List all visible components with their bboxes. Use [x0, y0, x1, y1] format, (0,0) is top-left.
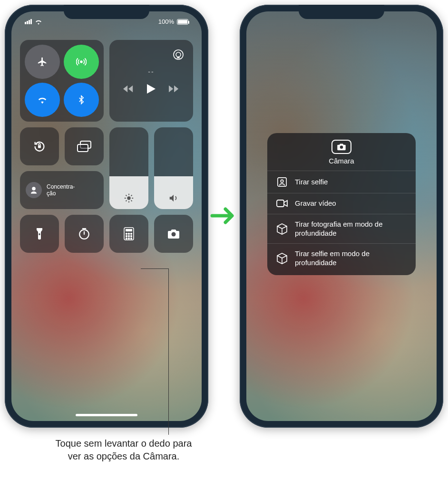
svg-rect-23: [278, 178, 286, 186]
notch: [299, 5, 384, 19]
media-prev-icon[interactable]: [123, 85, 134, 93]
menu-item-label: Tirar selfie em modo de profundidade: [295, 249, 407, 268]
svg-point-24: [281, 180, 283, 182]
svg-point-13: [128, 233, 130, 235]
menu-item-label: Tirar fotografia em modo de profundidade: [295, 220, 407, 238]
control-center-grid: --: [20, 40, 193, 253]
svg-rect-8: [39, 233, 40, 235]
menu-item-label: Gravar vídeo: [295, 199, 336, 208]
notch: [64, 5, 149, 19]
phone-right: Câmara Tirar selfie Gravar vídeo: [240, 5, 443, 428]
screen-control-center: 100%: [11, 11, 202, 421]
battery-percent: 100%: [158, 18, 174, 25]
battery-icon: [177, 19, 188, 25]
focus-label: Concentra- ção: [47, 183, 75, 197]
wifi-status-icon: [35, 19, 42, 25]
svg-point-15: [126, 236, 127, 237]
home-indicator[interactable]: [76, 414, 137, 416]
focus-icon: [29, 186, 38, 194]
media-title: --: [148, 68, 154, 76]
volume-slider[interactable]: [154, 127, 193, 209]
airplay-icon[interactable]: [172, 48, 185, 61]
screen-mirroring-button[interactable]: [65, 127, 104, 165]
menu-item-video[interactable]: Gravar vídeo: [267, 193, 416, 214]
orientation-lock-toggle[interactable]: [20, 127, 59, 165]
flashlight-button[interactable]: [20, 215, 59, 253]
svg-rect-11: [126, 229, 132, 231]
svg-rect-25: [277, 200, 284, 207]
media-controls-tile[interactable]: --: [109, 40, 193, 122]
svg-point-20: [131, 238, 132, 239]
status-bar: 100%: [11, 18, 202, 25]
svg-point-14: [131, 233, 132, 235]
menu-item-portrait-photo[interactable]: Tirar fotografia em modo de profundidade: [267, 214, 416, 244]
timer-button[interactable]: [65, 215, 104, 253]
camera-menu-title: Câmara: [329, 157, 354, 165]
menu-item-selfie[interactable]: Tirar selfie: [267, 171, 416, 193]
camera-context-menu: Câmara Tirar selfie Gravar vídeo: [267, 133, 416, 275]
focus-button[interactable]: Concentra- ção: [20, 171, 104, 209]
menu-item-portrait-selfie[interactable]: Tirar selfie em modo de profundidade: [267, 243, 416, 273]
arrow-icon: [210, 204, 237, 227]
airplane-mode-toggle[interactable]: [25, 45, 60, 79]
svg-point-6: [127, 196, 130, 200]
svg-point-16: [128, 236, 130, 237]
selfie-icon: [276, 177, 288, 187]
svg-point-0: [80, 61, 82, 63]
calculator-button[interactable]: [109, 215, 148, 253]
connectivity-cluster: [20, 40, 104, 122]
video-icon: [276, 199, 288, 208]
svg-rect-5: [78, 144, 88, 152]
volume-icon: [168, 193, 179, 203]
svg-point-21: [172, 232, 176, 237]
callout-text: Toque sem levantar o dedo para ver as op…: [52, 437, 195, 463]
menu-item-label: Tirar selfie: [295, 178, 328, 187]
svg-point-12: [126, 233, 127, 235]
media-play-icon[interactable]: [147, 84, 156, 94]
svg-point-19: [128, 238, 130, 239]
wifi-toggle[interactable]: [25, 83, 60, 117]
camera-menu-header[interactable]: Câmara: [267, 133, 416, 171]
svg-rect-3: [38, 145, 41, 148]
callout-leader-line: [168, 268, 169, 435]
cellular-signal-icon: [25, 19, 32, 24]
brightness-slider[interactable]: [109, 127, 148, 209]
bluetooth-toggle[interactable]: [64, 83, 99, 117]
screen-camera-menu: Câmara Tirar selfie Gravar vídeo: [246, 11, 437, 421]
media-next-icon[interactable]: [169, 85, 179, 93]
camera-button[interactable]: [154, 215, 193, 253]
svg-point-22: [340, 145, 343, 149]
cube-icon: [276, 223, 288, 235]
svg-point-7: [32, 187, 36, 191]
cellular-data-toggle[interactable]: [64, 45, 99, 79]
cube-icon: [276, 253, 288, 264]
svg-point-17: [131, 236, 132, 237]
brightness-icon: [124, 193, 134, 203]
phone-left: 100%: [5, 5, 208, 428]
svg-point-18: [126, 238, 127, 239]
camera-icon: [331, 140, 351, 154]
